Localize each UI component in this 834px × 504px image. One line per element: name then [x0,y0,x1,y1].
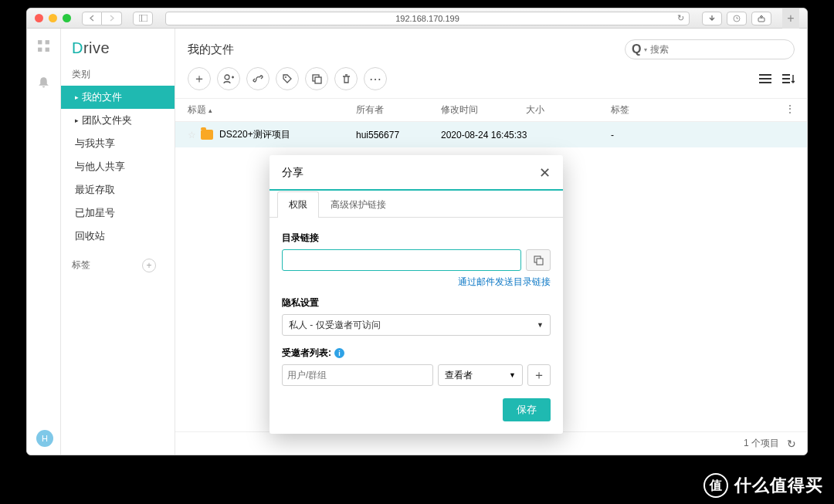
add-tag-button[interactable]: + [142,259,156,272]
bell-icon[interactable] [37,76,50,89]
watermark-text: 什么值得买 [734,474,823,497]
tab-advanced-link[interactable]: 高级保护链接 [319,191,398,218]
directory-link-input[interactable] [282,249,521,271]
add-invitee-button[interactable]: ＋ [527,364,551,386]
star-icon[interactable]: ☆ [188,130,196,140]
row-tags: - [611,130,795,140]
dialog-title: 分享 [282,166,303,180]
nav-buttons [82,12,122,25]
window-controls [35,14,71,22]
privacy-label: 隐私设置 [282,296,551,310]
delete-button[interactable] [334,67,358,90]
col-menu-icon[interactable]: ⋮ [779,103,795,117]
invitee-input[interactable] [282,364,433,386]
svg-rect-4 [38,40,42,44]
info-icon[interactable]: i [334,348,344,358]
sidebar: Drive 类别 ▸我的文件 ▸团队文件夹 与我共享 与他人共享 最近存取 已加… [61,29,175,455]
url-bar[interactable]: 192.168.170.199 ↻ [165,12,690,25]
sort-asc-icon: ▴ [208,107,212,114]
new-tab-button[interactable]: + [782,8,799,29]
tag-button[interactable] [276,67,299,90]
col-owner[interactable]: 所有者 [356,103,441,117]
save-button[interactable]: 保存 [503,398,551,421]
svg-rect-0 [139,15,147,22]
sidebar-item-shared-with-others[interactable]: 与他人共享 [61,155,175,178]
sidebar-item-trash[interactable]: 回收站 [61,225,175,248]
col-title[interactable]: 标题 ▴ [188,103,356,117]
link-label: 目录链接 [282,232,551,245]
forward-button[interactable] [102,12,122,25]
refresh-icon[interactable]: ↻ [787,438,796,450]
sidebar-item-shared-with-me[interactable]: 与我共享 [61,132,175,155]
sidebar-item-team-folders[interactable]: ▸团队文件夹 [61,109,175,132]
sidebar-item-label: 我的文件 [82,90,122,104]
sidebar-item-label: 与他人共享 [75,160,125,174]
page-title: 我的文件 [188,42,234,57]
chevron-down-icon: ▼ [537,321,544,329]
sidebar-item-my-files[interactable]: ▸我的文件 [61,86,175,109]
avatar-initial: H [42,434,48,443]
table-row[interactable]: ☆ DS220+测评项目 hui556677 2020-08-24 16:45:… [175,122,807,147]
sidebar-item-label: 团队文件夹 [82,113,132,127]
maximize-window[interactable] [63,14,71,22]
apps-icon[interactable] [37,39,50,52]
avatar[interactable]: H [36,430,53,447]
svg-point-9 [285,76,286,78]
col-modified[interactable]: 修改时间 [441,103,526,117]
sidebar-item-recent[interactable]: 最近存取 [61,178,175,201]
send-mail-link[interactable]: 通过邮件发送目录链接 [282,276,551,289]
watermark: 值 什么值得买 [703,473,823,498]
back-button[interactable] [82,12,102,25]
tags-label: 标签 [72,259,90,270]
list-view-icon[interactable] [759,73,771,84]
svg-rect-11 [315,77,321,83]
svg-rect-19 [537,259,543,265]
reload-icon[interactable]: ↻ [677,13,684,23]
app-root: H Drive 类别 ▸我的文件 ▸团队文件夹 与我共享 与他人共享 最近存取 … [27,29,807,455]
history-button[interactable] [727,12,747,25]
sidebar-item-label: 回收站 [75,229,105,243]
toolbar: ＋ ⋯ [188,67,387,90]
browser-window: 192.168.170.199 ↻ + H Drive 类别 ▸我的文件 ▸团队… [26,8,808,455]
sidebar-item-starred[interactable]: 已加星号 [61,201,175,225]
tab-permissions[interactable]: 权限 [277,191,319,218]
row-owner: hui556677 [356,130,441,140]
item-count: 1 个项目 [744,437,779,450]
create-button[interactable]: ＋ [188,67,211,90]
chevron-down-icon: ▼ [509,371,516,379]
search-box[interactable]: Q▾ [625,39,795,59]
col-tags[interactable]: 标签 [611,103,779,117]
privacy-select[interactable]: 私人 - 仅受邀者可访问 ▼ [282,314,551,336]
close-window[interactable] [35,14,43,22]
titlebar: 192.168.170.199 ↻ + [27,8,807,29]
more-button[interactable]: ⋯ [364,67,387,90]
role-value: 查看者 [445,369,473,382]
svg-rect-7 [46,48,49,52]
share-button[interactable] [751,12,771,25]
folder-icon [201,130,213,140]
minimize-window[interactable] [49,14,57,22]
downloads-button[interactable] [702,12,722,25]
copy-button[interactable] [305,67,328,90]
sidebar-section-category: 类别 [61,65,175,86]
close-icon[interactable]: ✕ [539,164,551,181]
role-select[interactable]: 查看者 ▼ [438,364,523,386]
sidebar-item-label: 已加星号 [75,206,115,220]
sidebar-item-label: 最近存取 [75,183,115,197]
url-text: 192.168.170.199 [395,14,459,23]
sort-icon[interactable] [782,73,795,84]
invitee-label: 受邀者列表: [282,347,331,360]
share-user-button[interactable] [217,67,240,90]
link-button[interactable] [246,67,270,90]
watermark-badge-icon: 值 [703,473,728,498]
search-input[interactable] [650,44,788,55]
sidebar-toggle[interactable] [133,12,153,25]
svg-rect-5 [46,40,49,44]
privacy-value: 私人 - 仅受邀者可访问 [289,319,381,332]
copy-link-button[interactable] [526,249,551,271]
chevron-right-icon: ▸ [75,93,79,101]
col-size[interactable]: 大小 [526,103,611,117]
app-logo: Drive [61,35,175,65]
svg-point-8 [225,75,229,79]
status-bar: 1 个项目 ↻ [175,431,807,455]
